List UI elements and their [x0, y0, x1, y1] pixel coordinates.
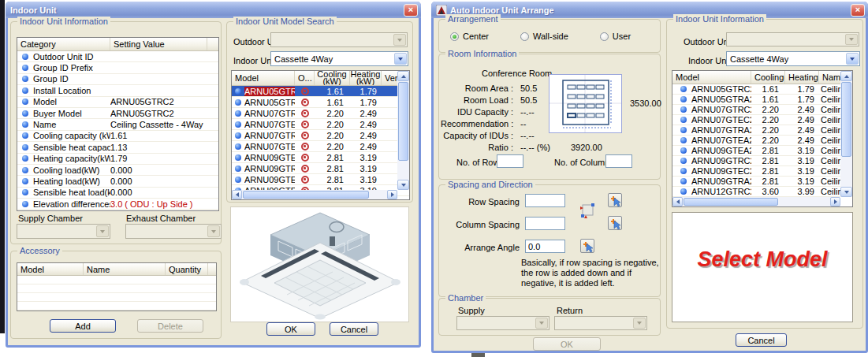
chevron-down-icon[interactable]	[96, 225, 109, 237]
cancel-button[interactable]: Cancel	[736, 333, 787, 347]
info-row[interactable]: Buyer Model ARNU05GTRC2	[17, 108, 218, 119]
scroll-thumb[interactable]	[841, 82, 851, 157]
column-cooling[interactable]: Cooling (kW)	[315, 71, 350, 85]
model-row[interactable]: ARNU07GTRA2 2.20 2.49 Ceiling C...	[672, 125, 852, 136]
arrangement-radio[interactable]: User	[600, 32, 631, 41]
scroll-left-icon[interactable]	[672, 197, 683, 206]
column-model[interactable]: Model	[232, 71, 295, 85]
close-icon[interactable]: ×	[404, 4, 418, 17]
info-row[interactable]: Install Location	[17, 85, 218, 96]
info-row[interactable]: Sensible heat capacity(kW) 1.13	[17, 142, 218, 153]
model-table-header[interactable]: Model O... Cooling (kW) Heating (kW) Ven…	[232, 71, 409, 86]
cancel-button[interactable]: Cancel	[330, 322, 378, 336]
model-row[interactable]: ARNU09GTRA2 2.81 3.19 Ceiling C...	[672, 177, 852, 187]
column-quantity[interactable]: Quantity	[166, 263, 208, 275]
model-row[interactable]: ARNU07GTEC2 2.20 2.49	[232, 119, 409, 130]
ok-button[interactable]: OK	[266, 322, 315, 336]
chevron-down-icon[interactable]	[846, 53, 859, 65]
add-button[interactable]: Add	[50, 319, 116, 333]
radio-icon[interactable]	[520, 32, 529, 41]
scroll-thumb[interactable]	[684, 198, 778, 206]
ok-button[interactable]: OK	[533, 337, 601, 351]
scroll-up-icon[interactable]	[397, 71, 409, 81]
info-table-header[interactable]: Category Setting Value	[17, 38, 218, 51]
scroll-up-icon[interactable]	[840, 71, 852, 81]
indoor-unit-combo[interactable]: Cassette 4Way	[726, 51, 860, 66]
model-row[interactable]: ARNU05GTRC2 1.61 1.79 Ceiling C...	[672, 84, 852, 95]
radio-icon[interactable]	[600, 32, 609, 41]
info-row[interactable]: Elevation differences of... 3.0 ( ODU : …	[17, 199, 218, 210]
scroll-thumb[interactable]	[398, 82, 408, 161]
exhaust-chamber-combo[interactable]	[125, 224, 222, 239]
scroll-right-icon[interactable]	[387, 190, 397, 199]
info-row[interactable]: Heating capacity(kW) 1.79	[17, 154, 218, 165]
pick-column-spacing-button[interactable]	[608, 216, 622, 230]
info-row[interactable]: Model ARNU05GTRC2	[17, 97, 218, 108]
close-icon[interactable]: ×	[851, 4, 865, 17]
column-name[interactable]: Name	[84, 263, 166, 275]
outdoor-unit-combo[interactable]	[270, 32, 408, 47]
info-row[interactable]: Name Ceiling Cassette - 4Way	[17, 119, 218, 130]
model-row[interactable]: ARNU09GTRC2 2.81 3.19	[232, 163, 409, 174]
model-row[interactable]: ARNU12GTRC2 3.60 3.99 Ceiling C...	[672, 187, 852, 197]
model-row[interactable]: ARNU07GTRA2 2.20 2.49	[232, 130, 409, 141]
info-row[interactable]: Cooling load(kW) 0.000	[17, 165, 218, 176]
model-row[interactable]: ARNU05GTRA2 1.61 1.79 Ceiling C...	[672, 95, 852, 105]
return-combo[interactable]	[554, 316, 647, 330]
vertical-scrollbar[interactable]	[840, 71, 852, 197]
scroll-thumb[interactable]	[243, 191, 369, 199]
indoor-unit-titlebar[interactable]: Indoor Unit ×	[6, 2, 421, 18]
arrangement-radio[interactable]: Wall-side	[520, 32, 568, 41]
row-spacing-input[interactable]	[525, 194, 565, 207]
no-of-column-input[interactable]	[605, 154, 632, 168]
pick-arrange-angle-button[interactable]	[580, 239, 594, 253]
no-of-row-input[interactable]	[497, 154, 523, 168]
arrange-angle-input[interactable]	[525, 240, 565, 253]
chevron-down-icon[interactable]	[207, 225, 220, 237]
column-spacing-input[interactable]	[525, 217, 565, 230]
vertical-scrollbar[interactable]	[397, 71, 409, 190]
chevron-down-icon[interactable]	[535, 318, 548, 329]
chevron-down-icon[interactable]	[633, 318, 646, 329]
chevron-down-icon[interactable]	[394, 53, 407, 65]
model-row[interactable]: ARNU07GTEC2 2.20 2.49 Ceiling C...	[672, 115, 852, 125]
model-row[interactable]: ARNU07GTRC2 2.20 2.49	[232, 108, 409, 119]
model-row[interactable]: ARNU09GTEA2 2.81 3.19 Ceiling C...	[672, 146, 852, 156]
pick-row-spacing-button[interactable]	[608, 193, 622, 207]
chevron-down-icon[interactable]	[845, 34, 858, 45]
arrangement-radio[interactable]: Center	[450, 32, 489, 41]
horizontal-scrollbar[interactable]	[232, 190, 397, 199]
model-row[interactable]: ARNU05GTRC2 1.61 1.79	[232, 86, 409, 97]
model-row[interactable]: ARNU07GTRC2 2.20 2.49 Ceiling C...	[672, 105, 852, 115]
supply-combo[interactable]	[456, 316, 549, 330]
column-setting-value[interactable]: Setting Value	[110, 38, 207, 50]
model-row[interactable]: ARNU09GTRC2 2.81 3.19 Ceiling C...	[672, 156, 852, 166]
scroll-down-icon[interactable]	[397, 180, 409, 190]
indoor-unit-combo[interactable]: Cassette 4Way	[270, 51, 408, 66]
column-model[interactable]: Model	[672, 71, 751, 84]
outdoor-unit-combo[interactable]	[726, 32, 859, 46]
supply-chamber-combo[interactable]	[17, 224, 110, 239]
info-row[interactable]: Outdoor Unit ID	[17, 51, 218, 62]
info-row[interactable]: Group ID Prefix	[17, 62, 218, 73]
scroll-down-icon[interactable]	[840, 187, 852, 197]
column-heating[interactable]: Heating(...	[785, 71, 819, 84]
model-row[interactable]: ARNU07GTEA2 2.20 2.49 Ceiling C...	[672, 136, 852, 146]
chevron-down-icon[interactable]	[393, 34, 406, 46]
column-o[interactable]: O...	[295, 71, 315, 85]
column-category[interactable]: Category	[17, 38, 110, 50]
info-row[interactable]: Cooling capacity (kW) 1.61	[17, 131, 218, 142]
model-table-header[interactable]: Model Cooling(... Heating(... Name	[672, 71, 852, 84]
model-row[interactable]: ARNU07GTEA2 2.20 2.49	[232, 141, 409, 152]
model-row[interactable]: ARNU09GTEA2 2.81 3.19	[232, 152, 409, 163]
model-row[interactable]: ARNU09GTEC2 2.81 3.19	[232, 174, 409, 185]
info-row[interactable]: Heating load(kW) 0.000	[17, 176, 218, 187]
accessory-table-header[interactable]: Model Name Quantity	[17, 263, 216, 276]
model-row[interactable]: ARNU09GTEC2 2.81 3.19 Ceiling C...	[672, 166, 852, 177]
scroll-left-icon[interactable]	[232, 190, 242, 199]
horizontal-scrollbar[interactable]	[672, 197, 840, 206]
column-model[interactable]: Model	[17, 263, 84, 275]
column-cooling[interactable]: Cooling(...	[751, 71, 785, 84]
column-heating[interactable]: Heating (kW)	[350, 71, 382, 85]
info-row[interactable]: Group ID	[17, 74, 218, 85]
